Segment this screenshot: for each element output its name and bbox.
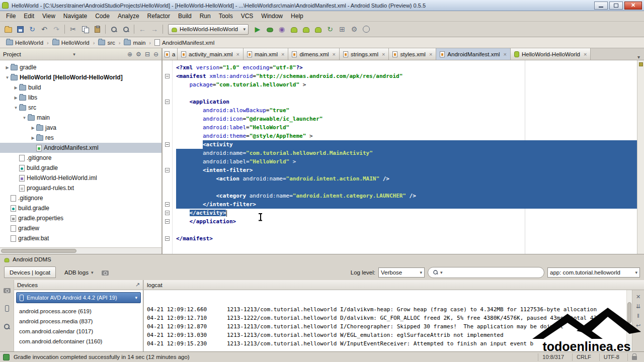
minimize-button[interactable]	[594, 2, 608, 10]
screen-capture-icon[interactable]	[102, 270, 109, 276]
fold-marker-icon[interactable]	[165, 202, 170, 207]
code-line[interactable]: <category android:name="android.intent.c…	[176, 192, 637, 200]
editor-tab-main-xml[interactable]: main.xml×	[244, 48, 288, 60]
close-tab-icon[interactable]: ×	[584, 51, 587, 57]
tree-item-gradlew-bat[interactable]: gradlew.bat	[0, 233, 162, 243]
fold-marker-icon[interactable]	[165, 236, 170, 241]
code-line[interactable]: android:allowBackup="true"	[176, 106, 637, 115]
chevron-down-icon[interactable]: ▾	[73, 52, 75, 57]
code-line[interactable]: <action android:name="android.intent.act…	[176, 174, 637, 183]
tree-item-helloworld-helloworld-helloworld-[interactable]: ▼HelloWorld [HelloWorld-HelloWorld]	[0, 72, 162, 82]
android-monitor-icon[interactable]	[288, 23, 300, 35]
tree-expand-icon[interactable]: ▶	[13, 85, 19, 90]
breadcrumb-item[interactable]: src	[96, 39, 117, 46]
menu-edit[interactable]: Edit	[20, 12, 38, 21]
project-panel-title[interactable]: Project	[3, 51, 21, 57]
project-horizontal-scrollbar[interactable]	[0, 247, 162, 254]
close-tab-icon[interactable]: ×	[382, 51, 385, 57]
close-tab-icon[interactable]: ×	[281, 51, 284, 57]
menu-file[interactable]: File	[2, 12, 20, 21]
process-row[interactable]: android.process.acore (619)	[14, 306, 143, 316]
fold-marker-icon[interactable]	[165, 74, 170, 78]
code-line[interactable]: </manifest>	[176, 234, 637, 243]
sdk-manager-icon[interactable]	[312, 23, 324, 35]
tree-expand-icon[interactable]: ▶	[30, 136, 36, 140]
log-level-select[interactable]: Verbose ▾	[378, 267, 425, 278]
code-line[interactable]: <?xml version="1.0" encoding="utf-8"?>	[176, 63, 637, 72]
process-row[interactable]: com.android.calendar (1017)	[14, 326, 143, 336]
process-row[interactable]: android.process.media (837)	[14, 316, 143, 326]
tree-item-res[interactable]: ▶res	[0, 133, 162, 143]
app-filter-select[interactable]: app: com.tutorial.helloworld ▾	[547, 267, 640, 278]
code-line[interactable]: android:icon="@drawable/ic_launcher"	[176, 115, 637, 123]
menu-code[interactable]: Code	[91, 12, 114, 21]
tab-devices-logcat[interactable]: Devices | logcat	[4, 266, 56, 278]
tree-item-androidmanifest-xml[interactable]: AndroidManifest.xml	[0, 143, 162, 153]
debug-icon[interactable]	[264, 23, 276, 35]
tree-expand-icon[interactable]: ▼	[21, 116, 28, 120]
clear-log-icon[interactable]: ✕	[636, 294, 640, 300]
breadcrumb-item[interactable]: HelloWorld	[50, 39, 92, 46]
logcat-search-input[interactable]	[444, 269, 540, 276]
avd-manager-icon[interactable]	[300, 23, 312, 35]
cut-icon[interactable]: ✂	[67, 23, 79, 35]
editor-tab-androidmanifest-xml[interactable]: AndroidManifest.xml×	[436, 48, 511, 60]
forward-icon[interactable]: →	[148, 23, 160, 35]
open-icon[interactable]	[2, 23, 14, 35]
redo-icon[interactable]: ↷	[50, 23, 62, 35]
menu-tools[interactable]: Tools	[215, 12, 237, 21]
code-line[interactable]: </activity>	[176, 209, 637, 217]
close-tab-icon[interactable]: ×	[429, 51, 432, 57]
tree-item-gradle[interactable]: ▶gradle	[0, 62, 162, 72]
hide-panel-icon[interactable]: ⊖	[153, 51, 158, 57]
menu-vcs[interactable]: VCS	[237, 12, 258, 21]
code-line[interactable]: </intent-filter>	[176, 200, 637, 209]
project-structure-icon[interactable]: ⊞	[336, 23, 348, 35]
code-line[interactable]: android:name="com.tutorial.helloworld.Ma…	[176, 149, 637, 157]
fold-marker-icon[interactable]	[165, 100, 170, 104]
tree-item-java[interactable]: ▶java	[0, 123, 162, 133]
maximize-button[interactable]	[609, 2, 623, 10]
screen-capture-icon[interactable]	[1, 284, 13, 296]
tree-expand-icon[interactable]: ▶	[30, 126, 36, 130]
tree-item-libs[interactable]: ▶libs	[0, 93, 162, 103]
code-line[interactable]: <activity	[176, 140, 637, 149]
tree-item--gitignore[interactable]: .gitignore	[0, 153, 162, 163]
code-line[interactable]	[176, 89, 637, 98]
tab-list-icon[interactable]: ▾	[633, 54, 644, 60]
menu-help[interactable]: Help	[287, 12, 307, 21]
expand-devices-icon[interactable]: ↗	[135, 282, 140, 288]
sync-icon[interactable]: ↻	[26, 23, 38, 35]
help-icon[interactable]	[360, 23, 372, 35]
code-line[interactable]: <application	[176, 98, 637, 106]
search-icon[interactable]	[1, 320, 13, 332]
tree-expand-icon[interactable]: ▼	[4, 75, 11, 80]
scrollbar-thumb[interactable]	[1, 249, 76, 253]
close-tab-icon[interactable]: ×	[504, 51, 507, 57]
inspection-stripe[interactable]	[637, 60, 644, 254]
tree-item-build[interactable]: ▶build	[0, 82, 162, 93]
logcat-search-box[interactable]: ▾	[428, 267, 544, 278]
settings-gear-icon[interactable]: ⚙	[348, 23, 360, 35]
tree-item-src[interactable]: ▼src	[0, 103, 162, 113]
save-all-icon[interactable]	[14, 23, 26, 35]
fold-marker-icon[interactable]	[165, 168, 170, 172]
settings-gear-icon[interactable]: ⚙	[136, 51, 141, 57]
toolwindow-toggle-icon[interactable]	[3, 354, 10, 360]
breadcrumb-item[interactable]: main	[122, 39, 147, 46]
menu-navigate[interactable]: Navigate	[59, 12, 91, 21]
back-icon[interactable]: ←	[136, 23, 148, 35]
replace-icon[interactable]	[120, 23, 132, 35]
tree-item-gradlew[interactable]: gradlew	[0, 223, 162, 233]
code-editor[interactable]: <?xml version="1.0" encoding="utf-8"?><m…	[163, 60, 637, 254]
editor-tab-a[interactable]: a×	[163, 48, 178, 60]
close-button[interactable]: ✕	[624, 2, 642, 10]
code-line[interactable]	[176, 183, 637, 192]
tree-item-build-gradle[interactable]: build.gradle	[0, 163, 162, 173]
menu-window[interactable]: Window	[257, 12, 287, 21]
fold-marker-icon[interactable]	[165, 219, 170, 224]
tree-expand-icon[interactable]: ▶	[4, 65, 11, 70]
code-line[interactable]	[176, 226, 637, 234]
editor-tab-dimens-xml[interactable]: dimens.xml×	[288, 48, 340, 60]
run-icon[interactable]: ▶	[252, 23, 264, 35]
